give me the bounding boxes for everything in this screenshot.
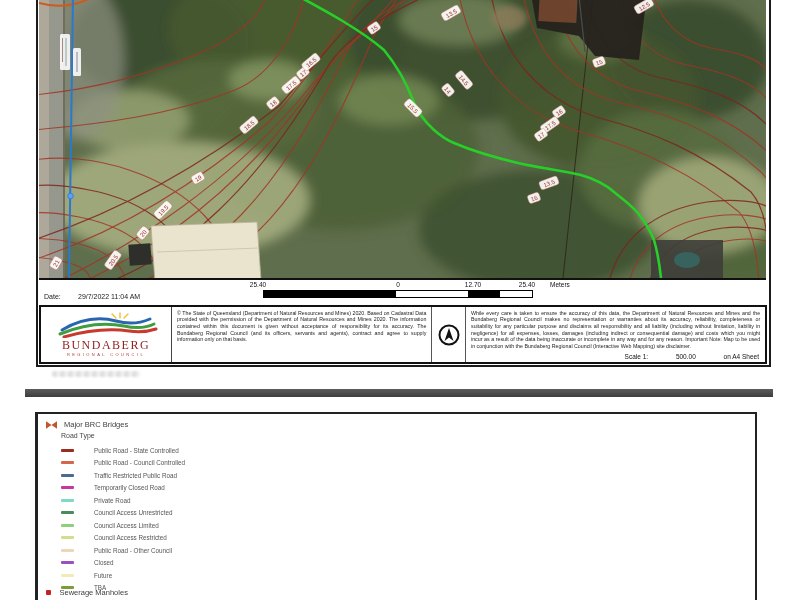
legend-road-type-row: Public Road - State Controlled xyxy=(38,444,438,457)
separator-band xyxy=(25,389,773,397)
road-type-label: Future xyxy=(94,572,112,579)
road-type-label: Traffic Restricted Public Road xyxy=(94,472,177,479)
legend-road-type-row: Public Road - Council Controlled xyxy=(38,457,438,470)
road-type-color-swatch xyxy=(61,549,74,552)
faded-print-artifact xyxy=(52,371,140,377)
legend-bridges-row: Major BRC Bridges xyxy=(46,420,128,429)
scalebar-units-label: Meters xyxy=(550,281,570,288)
road-type-label: Public Road - Council Controlled xyxy=(94,459,185,466)
road-type-color-swatch xyxy=(61,536,74,539)
legend-sewerage-label: Sewerage Manholes xyxy=(60,588,128,597)
map-sheet: 18.51817.51716.51513.51414.515.512.51516… xyxy=(36,0,771,367)
legend-road-type-row: Public Road - Other Council xyxy=(38,544,438,557)
road-type-color-swatch xyxy=(61,511,74,514)
scalebar-tick-label: 25.40 xyxy=(250,281,266,288)
legend-road-type-row: Closed xyxy=(38,557,438,570)
legend-road-type-row: Council Access Restricted xyxy=(38,532,438,545)
scale-prefix: Scale 1: xyxy=(625,353,649,360)
date-label: Date: xyxy=(44,293,61,300)
legend-road-type-row: Council Access Limited xyxy=(38,519,438,532)
road-type-color-swatch xyxy=(61,524,74,527)
council-logo: BUNDABERG REGIONAL COUNCIL xyxy=(41,307,172,362)
disclaimer-right-cell: While every care is taken to ensure the … xyxy=(466,307,765,362)
road-type-label: Public Road - State Controlled xyxy=(94,447,179,454)
road-type-label: Council Access Unrestricted xyxy=(94,509,172,516)
road-type-color-swatch xyxy=(61,461,74,464)
building-bottom-right xyxy=(651,240,723,278)
disclaimer-right-text: While every care is taken to ensure the … xyxy=(471,310,760,349)
aerial-map-viewport: 18.51817.51716.51513.51414.515.512.51516… xyxy=(39,0,766,280)
road-type-label: Temporarily Closed Road xyxy=(94,484,165,491)
road-type-label: Council Access Limited xyxy=(94,522,159,529)
scale-statement: Scale 1: 500.00 on A4 Sheet xyxy=(625,353,759,360)
road-type-color-swatch xyxy=(61,449,74,452)
sheet-size-note: on A4 Sheet xyxy=(724,353,759,360)
scale-value: 500.00 xyxy=(676,353,696,360)
legend-road-type-row: Future xyxy=(38,569,438,582)
road-type-color-swatch xyxy=(61,499,74,502)
council-logo-subtitle: REGIONAL COUNCIL xyxy=(67,353,145,357)
legend-road-type-row: Traffic Restricted Public Road xyxy=(38,469,438,482)
legend-sewerage-row: Sewerage Manholes xyxy=(46,588,128,597)
road-type-label: Closed xyxy=(94,559,114,566)
legend-road-type-row: Council Access Unrestricted xyxy=(38,507,438,520)
disclaimer-box: BUNDABERG REGIONAL COUNCIL © The State o… xyxy=(39,305,767,364)
disclaimer-left-cell: © The State of Queensland (Department of… xyxy=(172,307,431,362)
road-type-color-swatch xyxy=(61,574,74,577)
bridge-bowtie-icon xyxy=(46,421,57,429)
legend-road-type-row: Temporarily Closed Road xyxy=(38,482,438,495)
road-type-label: Council Access Restricted xyxy=(94,534,167,541)
legend-panel: Major BRC Bridges Road Type Public Road … xyxy=(35,412,757,600)
scalebar-tick-label: 0 xyxy=(396,281,400,288)
council-logo-title: BUNDABERG xyxy=(62,339,150,351)
scalebar-tick-label: 12.70 xyxy=(465,281,481,288)
legend-roadtype-header: Road Type xyxy=(61,432,95,439)
legend-bridges-label: Major BRC Bridges xyxy=(64,420,128,429)
disclaimer-left-text: © The State of Queensland (Department of… xyxy=(177,310,426,343)
road-type-label: Public Road - Other Council xyxy=(94,547,172,554)
road-type-label: Private Road xyxy=(94,497,130,504)
date-value: 29/7/2022 11:04 AM xyxy=(78,293,140,300)
road-type-color-swatch xyxy=(61,561,74,564)
north-arrow-cell xyxy=(431,307,466,362)
scalebar-row: Date: 29/7/2022 11:04 AM 25.40 0 12.70 2… xyxy=(38,280,769,305)
legend-road-type-row: Private Road xyxy=(38,494,438,507)
council-logo-waves-icon xyxy=(54,312,158,338)
road-type-list: Public Road - State Controlled Public Ro… xyxy=(38,444,438,594)
aerial-map-svg: 18.51817.51716.51513.51414.515.512.51516… xyxy=(39,0,766,278)
scale-bar xyxy=(263,290,533,298)
road-type-color-swatch xyxy=(61,486,74,489)
map-print-preview-page: 18.51817.51716.51513.51414.515.512.51516… xyxy=(0,0,800,600)
sewerage-marker-icon xyxy=(46,590,51,595)
north-arrow-icon xyxy=(437,323,461,347)
road-type-color-swatch xyxy=(61,474,74,477)
scalebar-tick-label: 25.40 xyxy=(519,281,535,288)
